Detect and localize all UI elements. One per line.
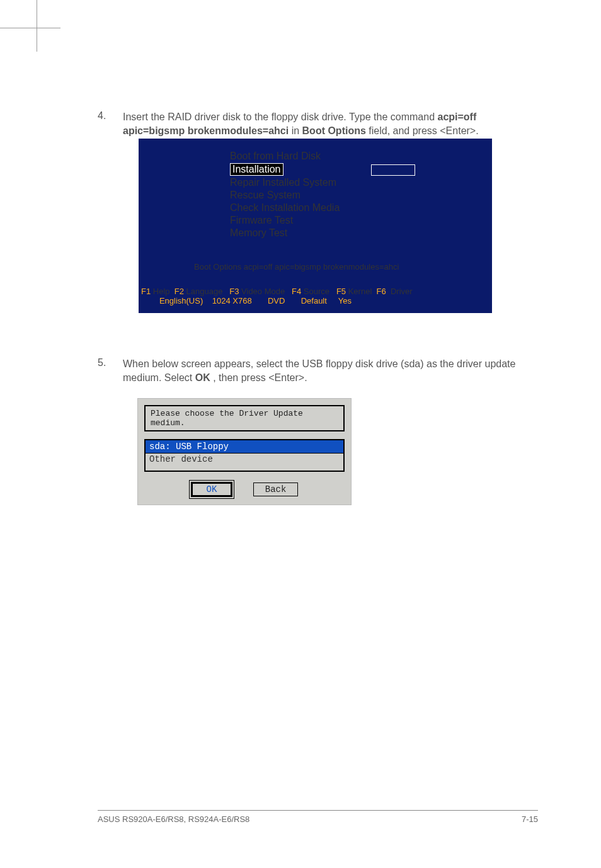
f4-sub: DVD [268, 296, 285, 306]
ok-button[interactable]: OK [191, 482, 233, 497]
boot-item-installation-row: Installation [230, 163, 492, 176]
boot-item-repair[interactable]: Repair Installed System [230, 176, 492, 189]
f5-label: Kernel [348, 287, 372, 296]
boot-item-installation[interactable]: Installation [230, 163, 283, 176]
step-4-text: Insert the RAID driver disk to the flopp… [123, 110, 538, 139]
step5-post: , then press <Enter>. [213, 372, 307, 383]
dialog-buttons: OK Back [144, 482, 345, 497]
boot-item-memory[interactable]: Memory Test [230, 227, 492, 239]
step-4: 4. Insert the RAID driver disk to the fl… [98, 110, 538, 139]
f4-label: Source [304, 287, 329, 296]
step5-ok: OK [195, 372, 210, 383]
f5-sub: Default [301, 296, 327, 306]
boot-selection-highlight [371, 164, 415, 176]
boot-menu-list: Boot from Hard Disk Installation Repair … [230, 150, 492, 239]
step4-post: field, and press <Enter>. [369, 125, 478, 136]
driver-update-dialog: Please choose the Driver Update medium. … [137, 398, 352, 505]
step-4-number: 4. [98, 110, 123, 139]
step-5-number: 5. [98, 357, 123, 385]
dialog-option-list: sda: USB Floppy Other device [144, 439, 345, 472]
boot-options-value: acpi=off apic=bigsmp brokenmodules=ahci [244, 262, 399, 271]
step5-pre: When below screen appears, select the US… [123, 358, 515, 383]
back-button[interactable]: Back [253, 483, 299, 496]
boot-options-line[interactable]: Boot Options acpi=off apic=bigsmp broken… [194, 262, 492, 271]
f5-key[interactable]: F5 [336, 287, 346, 296]
step4-field: Boot Options [302, 125, 366, 136]
page-content: 4. Insert the RAID driver disk to the fl… [0, 0, 601, 537]
f4-key[interactable]: F4 [292, 287, 301, 296]
f3-key[interactable]: F3 [229, 287, 239, 296]
boot-item-firmware[interactable]: Firmware Test [230, 214, 492, 227]
step4-pre: Insert the RAID driver disk to the flopp… [123, 111, 437, 122]
fn-sub-bar: English(US) 1024 X768 DVD Default Yes [141, 296, 492, 306]
step-5: 5. When below screen appears, select the… [98, 357, 538, 385]
step4-mid: in [292, 125, 302, 136]
f6-sub: Yes [338, 296, 352, 306]
f1-label: Help [153, 287, 170, 296]
boot-item-hard-disk[interactable]: Boot from Hard Disk [230, 150, 492, 163]
crop-mark-vertical [37, 0, 37, 52]
fn-key-bar: F1 Help F2 Language F3 Video Mode F4 Sou… [141, 287, 492, 296]
f2-sub: English(US) [159, 296, 203, 306]
boot-menu-screenshot: Boot from Hard Disk Installation Repair … [139, 139, 492, 313]
f6-label: Driver [391, 287, 413, 296]
footer-left: ASUS RS920A-E6/RS8, RS924A-E6/RS8 [98, 814, 249, 824]
boot-item-rescue[interactable]: Rescue System [230, 189, 492, 202]
step-5-text: When below screen appears, select the US… [123, 357, 538, 385]
f3-sub: 1024 X768 [212, 296, 252, 306]
dialog-title: Please choose the Driver Update medium. [144, 405, 345, 431]
boot-options-label: Boot Options [194, 262, 241, 271]
dialog-option-sda[interactable]: sda: USB Floppy [145, 440, 344, 454]
footer-right: 7-15 [522, 814, 538, 824]
f1-key[interactable]: F1 [141, 287, 151, 296]
dialog-option-other[interactable]: Other device [146, 453, 343, 465]
f3-label: Video Mode [241, 287, 285, 296]
f2-label: Language [186, 287, 223, 296]
crop-mark-horizontal [0, 28, 60, 28]
boot-item-check-media[interactable]: Check Installation Media [230, 202, 492, 214]
page-footer: ASUS RS920A-E6/RS8, RS924A-E6/RS8 7-15 [98, 810, 538, 824]
f2-key[interactable]: F2 [175, 287, 184, 296]
f6-key[interactable]: F6 [377, 287, 386, 296]
